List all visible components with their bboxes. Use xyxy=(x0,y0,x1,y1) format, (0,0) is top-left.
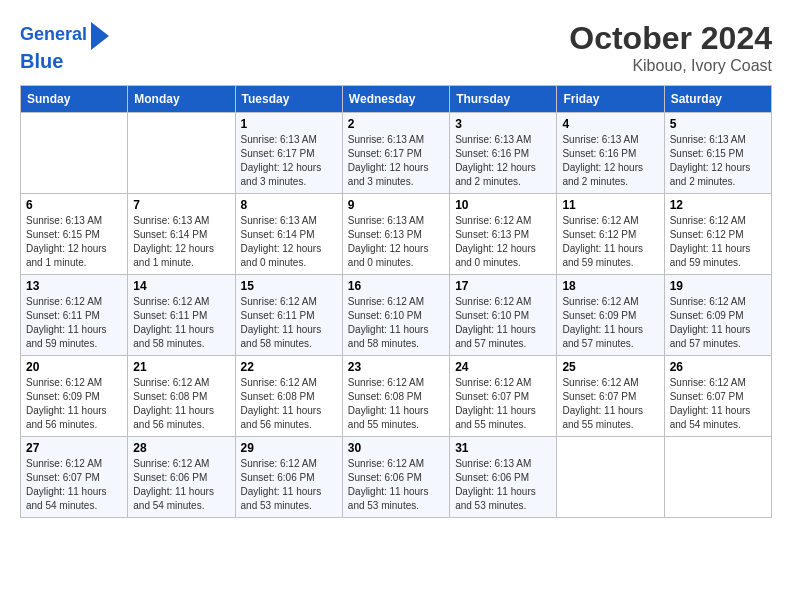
day-number: 5 xyxy=(670,117,766,131)
calendar-cell: 16Sunrise: 6:12 AM Sunset: 6:10 PM Dayli… xyxy=(342,275,449,356)
logo-arrow-icon xyxy=(91,22,109,50)
day-info: Sunrise: 6:12 AM Sunset: 6:08 PM Dayligh… xyxy=(133,376,229,432)
calendar-cell: 6Sunrise: 6:13 AM Sunset: 6:15 PM Daylig… xyxy=(21,194,128,275)
calendar-cell: 26Sunrise: 6:12 AM Sunset: 6:07 PM Dayli… xyxy=(664,356,771,437)
calendar-table: SundayMondayTuesdayWednesdayThursdayFrid… xyxy=(20,85,772,518)
day-header-sunday: Sunday xyxy=(21,86,128,113)
day-number: 6 xyxy=(26,198,122,212)
calendar-cell: 4Sunrise: 6:13 AM Sunset: 6:16 PM Daylig… xyxy=(557,113,664,194)
calendar-cell: 24Sunrise: 6:12 AM Sunset: 6:07 PM Dayli… xyxy=(450,356,557,437)
day-number: 7 xyxy=(133,198,229,212)
calendar-cell: 29Sunrise: 6:12 AM Sunset: 6:06 PM Dayli… xyxy=(235,437,342,518)
calendar-cell: 12Sunrise: 6:12 AM Sunset: 6:12 PM Dayli… xyxy=(664,194,771,275)
calendar-week-row: 1Sunrise: 6:13 AM Sunset: 6:17 PM Daylig… xyxy=(21,113,772,194)
calendar-cell: 8Sunrise: 6:13 AM Sunset: 6:14 PM Daylig… xyxy=(235,194,342,275)
day-info: Sunrise: 6:12 AM Sunset: 6:08 PM Dayligh… xyxy=(241,376,337,432)
day-info: Sunrise: 6:12 AM Sunset: 6:09 PM Dayligh… xyxy=(562,295,658,351)
calendar-cell xyxy=(664,437,771,518)
calendar-cell: 3Sunrise: 6:13 AM Sunset: 6:16 PM Daylig… xyxy=(450,113,557,194)
calendar-week-row: 27Sunrise: 6:12 AM Sunset: 6:07 PM Dayli… xyxy=(21,437,772,518)
day-number: 27 xyxy=(26,441,122,455)
calendar-cell: 19Sunrise: 6:12 AM Sunset: 6:09 PM Dayli… xyxy=(664,275,771,356)
calendar-cell: 28Sunrise: 6:12 AM Sunset: 6:06 PM Dayli… xyxy=(128,437,235,518)
day-info: Sunrise: 6:12 AM Sunset: 6:08 PM Dayligh… xyxy=(348,376,444,432)
calendar-cell: 5Sunrise: 6:13 AM Sunset: 6:15 PM Daylig… xyxy=(664,113,771,194)
day-info: Sunrise: 6:13 AM Sunset: 6:14 PM Dayligh… xyxy=(241,214,337,270)
month-title: October 2024 xyxy=(569,20,772,57)
day-info: Sunrise: 6:13 AM Sunset: 6:16 PM Dayligh… xyxy=(562,133,658,189)
calendar-week-row: 20Sunrise: 6:12 AM Sunset: 6:09 PM Dayli… xyxy=(21,356,772,437)
calendar-body: 1Sunrise: 6:13 AM Sunset: 6:17 PM Daylig… xyxy=(21,113,772,518)
day-number: 19 xyxy=(670,279,766,293)
calendar-cell xyxy=(557,437,664,518)
day-info: Sunrise: 6:13 AM Sunset: 6:06 PM Dayligh… xyxy=(455,457,551,513)
day-info: Sunrise: 6:13 AM Sunset: 6:15 PM Dayligh… xyxy=(26,214,122,270)
calendar-cell: 31Sunrise: 6:13 AM Sunset: 6:06 PM Dayli… xyxy=(450,437,557,518)
logo-blue: Blue xyxy=(20,50,63,72)
day-number: 26 xyxy=(670,360,766,374)
calendar-cell: 20Sunrise: 6:12 AM Sunset: 6:09 PM Dayli… xyxy=(21,356,128,437)
day-info: Sunrise: 6:12 AM Sunset: 6:07 PM Dayligh… xyxy=(26,457,122,513)
day-number: 21 xyxy=(133,360,229,374)
calendar-cell: 2Sunrise: 6:13 AM Sunset: 6:17 PM Daylig… xyxy=(342,113,449,194)
day-number: 12 xyxy=(670,198,766,212)
calendar-cell: 21Sunrise: 6:12 AM Sunset: 6:08 PM Dayli… xyxy=(128,356,235,437)
calendar-cell: 27Sunrise: 6:12 AM Sunset: 6:07 PM Dayli… xyxy=(21,437,128,518)
day-info: Sunrise: 6:12 AM Sunset: 6:11 PM Dayligh… xyxy=(241,295,337,351)
day-info: Sunrise: 6:13 AM Sunset: 6:13 PM Dayligh… xyxy=(348,214,444,270)
calendar-cell: 13Sunrise: 6:12 AM Sunset: 6:11 PM Dayli… xyxy=(21,275,128,356)
day-info: Sunrise: 6:12 AM Sunset: 6:06 PM Dayligh… xyxy=(241,457,337,513)
day-number: 14 xyxy=(133,279,229,293)
day-info: Sunrise: 6:13 AM Sunset: 6:15 PM Dayligh… xyxy=(670,133,766,189)
day-info: Sunrise: 6:12 AM Sunset: 6:11 PM Dayligh… xyxy=(26,295,122,351)
day-info: Sunrise: 6:12 AM Sunset: 6:10 PM Dayligh… xyxy=(455,295,551,351)
calendar-header-row: SundayMondayTuesdayWednesdayThursdayFrid… xyxy=(21,86,772,113)
day-info: Sunrise: 6:13 AM Sunset: 6:17 PM Dayligh… xyxy=(348,133,444,189)
calendar-cell: 7Sunrise: 6:13 AM Sunset: 6:14 PM Daylig… xyxy=(128,194,235,275)
day-number: 1 xyxy=(241,117,337,131)
logo-text: General xyxy=(20,25,87,45)
title-block: October 2024 Kibouo, Ivory Coast xyxy=(569,20,772,75)
logo: General Blue xyxy=(20,20,109,72)
day-info: Sunrise: 6:13 AM Sunset: 6:16 PM Dayligh… xyxy=(455,133,551,189)
day-number: 18 xyxy=(562,279,658,293)
calendar-cell: 10Sunrise: 6:12 AM Sunset: 6:13 PM Dayli… xyxy=(450,194,557,275)
day-number: 15 xyxy=(241,279,337,293)
day-header-saturday: Saturday xyxy=(664,86,771,113)
day-info: Sunrise: 6:13 AM Sunset: 6:17 PM Dayligh… xyxy=(241,133,337,189)
calendar-cell: 18Sunrise: 6:12 AM Sunset: 6:09 PM Dayli… xyxy=(557,275,664,356)
day-number: 22 xyxy=(241,360,337,374)
day-info: Sunrise: 6:12 AM Sunset: 6:06 PM Dayligh… xyxy=(348,457,444,513)
calendar-cell: 25Sunrise: 6:12 AM Sunset: 6:07 PM Dayli… xyxy=(557,356,664,437)
day-info: Sunrise: 6:12 AM Sunset: 6:09 PM Dayligh… xyxy=(670,295,766,351)
calendar-cell: 9Sunrise: 6:13 AM Sunset: 6:13 PM Daylig… xyxy=(342,194,449,275)
calendar-week-row: 6Sunrise: 6:13 AM Sunset: 6:15 PM Daylig… xyxy=(21,194,772,275)
day-number: 10 xyxy=(455,198,551,212)
day-info: Sunrise: 6:13 AM Sunset: 6:14 PM Dayligh… xyxy=(133,214,229,270)
calendar-cell xyxy=(21,113,128,194)
day-number: 16 xyxy=(348,279,444,293)
day-header-monday: Monday xyxy=(128,86,235,113)
day-info: Sunrise: 6:12 AM Sunset: 6:09 PM Dayligh… xyxy=(26,376,122,432)
day-info: Sunrise: 6:12 AM Sunset: 6:12 PM Dayligh… xyxy=(562,214,658,270)
calendar-cell: 15Sunrise: 6:12 AM Sunset: 6:11 PM Dayli… xyxy=(235,275,342,356)
day-header-friday: Friday xyxy=(557,86,664,113)
day-header-tuesday: Tuesday xyxy=(235,86,342,113)
day-info: Sunrise: 6:12 AM Sunset: 6:07 PM Dayligh… xyxy=(455,376,551,432)
calendar-cell xyxy=(128,113,235,194)
day-info: Sunrise: 6:12 AM Sunset: 6:12 PM Dayligh… xyxy=(670,214,766,270)
day-number: 13 xyxy=(26,279,122,293)
day-number: 9 xyxy=(348,198,444,212)
day-number: 28 xyxy=(133,441,229,455)
day-number: 2 xyxy=(348,117,444,131)
day-number: 17 xyxy=(455,279,551,293)
day-header-thursday: Thursday xyxy=(450,86,557,113)
day-number: 20 xyxy=(26,360,122,374)
day-number: 4 xyxy=(562,117,658,131)
day-info: Sunrise: 6:12 AM Sunset: 6:07 PM Dayligh… xyxy=(670,376,766,432)
day-info: Sunrise: 6:12 AM Sunset: 6:06 PM Dayligh… xyxy=(133,457,229,513)
day-info: Sunrise: 6:12 AM Sunset: 6:11 PM Dayligh… xyxy=(133,295,229,351)
calendar-cell: 1Sunrise: 6:13 AM Sunset: 6:17 PM Daylig… xyxy=(235,113,342,194)
location-subtitle: Kibouo, Ivory Coast xyxy=(569,57,772,75)
day-info: Sunrise: 6:12 AM Sunset: 6:13 PM Dayligh… xyxy=(455,214,551,270)
